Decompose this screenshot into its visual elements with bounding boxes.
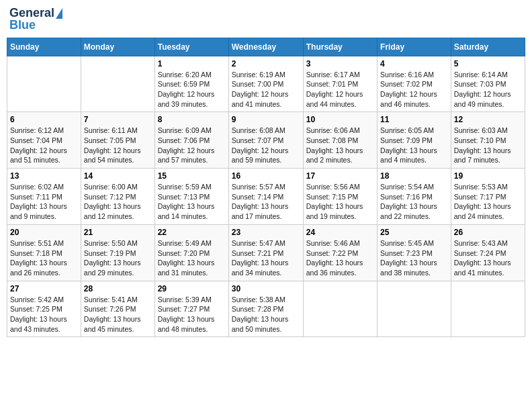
calendar-cell: 29Sunrise: 5:39 AMSunset: 7:27 PMDayligh… <box>154 281 228 337</box>
calendar-cell <box>451 281 525 337</box>
day-info: Sunrise: 6:17 AMSunset: 7:01 PMDaylight:… <box>306 70 374 109</box>
day-number: 26 <box>454 228 522 237</box>
calendar-cell <box>378 281 451 337</box>
day-info: Sunrise: 5:38 AMSunset: 7:28 PMDaylight:… <box>232 295 300 334</box>
day-info: Sunrise: 5:46 AMSunset: 7:22 PMDaylight:… <box>306 238 374 278</box>
weekday-header: Sunday <box>7 38 81 56</box>
day-number: 9 <box>232 115 300 124</box>
day-number: 19 <box>454 171 522 181</box>
calendar-cell: 5Sunrise: 6:14 AMSunset: 7:03 PMDaylight… <box>451 56 525 112</box>
day-info: Sunrise: 5:39 AMSunset: 7:27 PMDaylight:… <box>158 295 226 334</box>
calendar-cell <box>7 56 81 112</box>
calendar-cell: 17Sunrise: 5:56 AMSunset: 7:15 PMDayligh… <box>303 169 377 225</box>
day-number: 14 <box>84 171 152 181</box>
calendar-cell: 8Sunrise: 6:09 AMSunset: 7:06 PMDaylight… <box>154 112 228 169</box>
logo-text2: Blue <box>9 19 36 32</box>
day-number: 21 <box>84 228 152 237</box>
calendar-cell <box>81 56 154 112</box>
day-info: Sunrise: 5:53 AMSunset: 7:17 PMDaylight:… <box>454 182 522 222</box>
calendar-cell: 30Sunrise: 5:38 AMSunset: 7:28 PMDayligh… <box>228 281 303 337</box>
day-number: 7 <box>84 115 152 124</box>
logo: General Blue <box>9 7 62 32</box>
calendar-cell: 9Sunrise: 6:08 AMSunset: 7:07 PMDaylight… <box>228 112 303 169</box>
calendar-table: SundayMondayTuesdayWednesdayThursdayFrid… <box>7 38 525 338</box>
day-number: 25 <box>380 228 448 237</box>
day-info: Sunrise: 5:54 AMSunset: 7:16 PMDaylight:… <box>380 182 448 222</box>
day-info: Sunrise: 5:51 AMSunset: 7:18 PMDaylight:… <box>10 238 78 278</box>
calendar-cell <box>303 281 377 337</box>
day-number: 15 <box>158 171 226 181</box>
day-number: 20 <box>10 228 78 237</box>
day-number: 29 <box>158 284 226 293</box>
calendar-cell: 15Sunrise: 5:59 AMSunset: 7:13 PMDayligh… <box>154 169 228 225</box>
day-info: Sunrise: 5:41 AMSunset: 7:26 PMDaylight:… <box>84 295 152 334</box>
day-info: Sunrise: 5:50 AMSunset: 7:19 PMDaylight:… <box>84 238 152 278</box>
calendar-cell: 13Sunrise: 6:02 AMSunset: 7:11 PMDayligh… <box>7 169 81 225</box>
day-number: 5 <box>454 59 522 68</box>
day-info: Sunrise: 6:02 AMSunset: 7:11 PMDaylight:… <box>10 182 78 222</box>
calendar-week-row: 13Sunrise: 6:02 AMSunset: 7:11 PMDayligh… <box>7 169 525 225</box>
day-number: 10 <box>306 115 374 124</box>
day-number: 22 <box>158 228 226 237</box>
calendar-cell: 18Sunrise: 5:54 AMSunset: 7:16 PMDayligh… <box>378 169 451 225</box>
day-number: 8 <box>158 115 226 124</box>
day-info: Sunrise: 5:43 AMSunset: 7:24 PMDaylight:… <box>454 238 522 278</box>
day-number: 2 <box>232 59 300 68</box>
day-info: Sunrise: 5:47 AMSunset: 7:21 PMDaylight:… <box>232 238 300 278</box>
calendar-week-row: 1Sunrise: 6:20 AMSunset: 6:59 PMDaylight… <box>7 56 525 112</box>
day-number: 16 <box>232 171 300 181</box>
calendar-cell: 11Sunrise: 6:05 AMSunset: 7:09 PMDayligh… <box>378 112 451 169</box>
calendar-cell: 23Sunrise: 5:47 AMSunset: 7:21 PMDayligh… <box>228 224 303 281</box>
calendar-week-row: 20Sunrise: 5:51 AMSunset: 7:18 PMDayligh… <box>7 224 525 281</box>
day-number: 30 <box>232 284 300 293</box>
day-number: 13 <box>10 171 78 181</box>
calendar-cell: 25Sunrise: 5:45 AMSunset: 7:23 PMDayligh… <box>378 224 451 281</box>
calendar-cell: 6Sunrise: 6:12 AMSunset: 7:04 PMDaylight… <box>7 112 81 169</box>
calendar-cell: 27Sunrise: 5:42 AMSunset: 7:25 PMDayligh… <box>7 281 81 337</box>
day-number: 28 <box>84 284 152 293</box>
calendar-cell: 1Sunrise: 6:20 AMSunset: 6:59 PMDaylight… <box>154 56 228 112</box>
weekday-header: Monday <box>81 38 154 56</box>
day-info: Sunrise: 5:59 AMSunset: 7:13 PMDaylight:… <box>158 182 226 222</box>
day-info: Sunrise: 5:42 AMSunset: 7:25 PMDaylight:… <box>10 295 78 334</box>
day-info: Sunrise: 6:20 AMSunset: 6:59 PMDaylight:… <box>158 70 226 109</box>
day-number: 1 <box>158 59 226 68</box>
day-info: Sunrise: 5:57 AMSunset: 7:14 PMDaylight:… <box>232 182 300 222</box>
weekday-header-row: SundayMondayTuesdayWednesdayThursdayFrid… <box>7 38 525 56</box>
calendar-cell: 2Sunrise: 6:19 AMSunset: 7:00 PMDaylight… <box>228 56 303 112</box>
calendar-cell: 7Sunrise: 6:11 AMSunset: 7:05 PMDaylight… <box>81 112 154 169</box>
calendar-week-row: 27Sunrise: 5:42 AMSunset: 7:25 PMDayligh… <box>7 281 525 337</box>
day-info: Sunrise: 6:03 AMSunset: 7:10 PMDaylight:… <box>454 126 522 165</box>
calendar-cell: 20Sunrise: 5:51 AMSunset: 7:18 PMDayligh… <box>7 224 81 281</box>
day-info: Sunrise: 6:08 AMSunset: 7:07 PMDaylight:… <box>232 126 300 165</box>
weekday-header: Thursday <box>303 38 377 56</box>
day-info: Sunrise: 6:12 AMSunset: 7:04 PMDaylight:… <box>10 126 78 165</box>
day-number: 27 <box>10 284 78 293</box>
calendar-cell: 22Sunrise: 5:49 AMSunset: 7:20 PMDayligh… <box>154 224 228 281</box>
calendar-cell: 10Sunrise: 6:06 AMSunset: 7:08 PMDayligh… <box>303 112 377 169</box>
day-number: 3 <box>306 59 374 68</box>
weekday-header: Friday <box>378 38 451 56</box>
day-info: Sunrise: 6:14 AMSunset: 7:03 PMDaylight:… <box>454 70 522 109</box>
day-info: Sunrise: 5:45 AMSunset: 7:23 PMDaylight:… <box>380 238 448 278</box>
calendar-body: 1Sunrise: 6:20 AMSunset: 6:59 PMDaylight… <box>7 56 525 337</box>
weekday-header: Wednesday <box>228 38 303 56</box>
day-info: Sunrise: 6:05 AMSunset: 7:09 PMDaylight:… <box>380 126 448 165</box>
day-info: Sunrise: 6:06 AMSunset: 7:08 PMDaylight:… <box>306 126 374 165</box>
weekday-header: Saturday <box>451 38 525 56</box>
calendar-cell: 14Sunrise: 6:00 AMSunset: 7:12 PMDayligh… <box>81 169 154 225</box>
header: General Blue <box>7 7 525 32</box>
day-number: 24 <box>306 228 374 237</box>
calendar-cell: 16Sunrise: 5:57 AMSunset: 7:14 PMDayligh… <box>228 169 303 225</box>
calendar-cell: 24Sunrise: 5:46 AMSunset: 7:22 PMDayligh… <box>303 224 377 281</box>
calendar-cell: 28Sunrise: 5:41 AMSunset: 7:26 PMDayligh… <box>81 281 154 337</box>
calendar-week-row: 6Sunrise: 6:12 AMSunset: 7:04 PMDaylight… <box>7 112 525 169</box>
day-info: Sunrise: 6:00 AMSunset: 7:12 PMDaylight:… <box>84 182 152 222</box>
day-info: Sunrise: 5:49 AMSunset: 7:20 PMDaylight:… <box>158 238 226 278</box>
day-number: 6 <box>10 115 78 124</box>
day-number: 17 <box>306 171 374 181</box>
calendar-cell: 19Sunrise: 5:53 AMSunset: 7:17 PMDayligh… <box>451 169 525 225</box>
day-info: Sunrise: 6:11 AMSunset: 7:05 PMDaylight:… <box>84 126 152 165</box>
calendar-cell: 4Sunrise: 6:16 AMSunset: 7:02 PMDaylight… <box>378 56 451 112</box>
calendar-cell: 3Sunrise: 6:17 AMSunset: 7:01 PMDaylight… <box>303 56 377 112</box>
